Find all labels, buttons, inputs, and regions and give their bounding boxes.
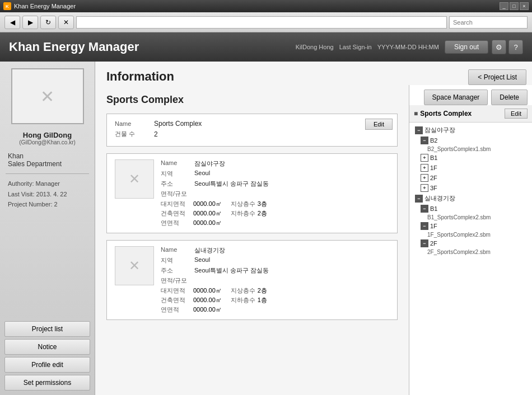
- b2-name-label: Name: [161, 246, 194, 255]
- close-btn[interactable]: ×: [520, 2, 529, 10]
- building-count-value: 2: [154, 130, 158, 138]
- tree-edit-btn[interactable]: Edit: [505, 109, 528, 119]
- main-layout: ✕ Hong GilDong (GilDong@Khan.co.kr) Khan…: [0, 62, 532, 395]
- header-icons: ⚙ ?: [492, 40, 523, 54]
- b1-address-value: Seoul특별시 송파구 잠실동: [194, 180, 269, 188]
- sidebar-divider: [6, 173, 89, 174]
- jamsil-3f-icon: +: [421, 184, 428, 192]
- b1-region-value: Seoul: [194, 170, 210, 178]
- header-username: KilDong Hong: [296, 44, 334, 50]
- b1-address-label: 주소: [161, 180, 194, 188]
- b1-name-label: Name: [161, 159, 194, 168]
- b1-area-col1: 대지면적 0000.00㎡ 건축면적 0000.00㎡: [161, 200, 222, 227]
- maximize-btn[interactable]: □: [510, 2, 519, 10]
- b2-floor-label: 지상층수: [231, 286, 255, 295]
- content-with-sidebar: Information < Project List Sports Comple…: [95, 62, 532, 395]
- title-bar-title: Khan Energy Manager: [14, 3, 500, 10]
- jamsil-b2-label: B2: [430, 137, 437, 144]
- delete-btn[interactable]: Delete: [491, 90, 528, 105]
- jamsil-icon: −: [415, 126, 423, 134]
- sidebar-buttons: Project list Notice Profile edit Set per…: [0, 317, 95, 395]
- tree-body[interactable]: − 잠실야구장 − B2 B2_SportsComplex1.sbm: [409, 123, 532, 395]
- b1-area-grid: 대지면적 0000.00㎡ 건축면적 0000.00㎡: [161, 200, 389, 227]
- silnae-1f-icon: −: [421, 222, 428, 230]
- b1-name-value: 잠실야구장: [194, 159, 225, 168]
- b2-region-label: 지역: [161, 256, 194, 265]
- url-bar[interactable]: [76, 16, 447, 29]
- b1-address-row: 주소 Seoul특별시 송파구 잠실동: [161, 180, 389, 188]
- tree-node-jamsil-2f[interactable]: + 2F: [409, 173, 532, 183]
- header-datetime: YYYY-MM-DD HH:MM: [377, 44, 439, 50]
- avatar-container: ✕: [11, 68, 84, 124]
- sidebar-company-name: Khan: [8, 152, 87, 160]
- building-image-1: ✕: [115, 159, 154, 199]
- sidebar-email: (GilDong@Khan.co.kr): [6, 139, 89, 145]
- b2-address-value: Seoul특별시 송파구 잠실동: [194, 266, 269, 275]
- main-info-box: Name Sports Complex 건물 수 2 Edit: [106, 114, 398, 147]
- jamsil-label: 잠실야구장: [424, 126, 455, 134]
- app-icon: K: [3, 2, 11, 10]
- tree-node-jamsil-1f[interactable]: + 1F: [409, 163, 532, 173]
- building-image-placeholder-2: ✕: [129, 258, 140, 274]
- b2-floor-value: 2층: [258, 286, 267, 295]
- tree-node-jamsil-b1[interactable]: + B1: [409, 153, 532, 163]
- b2-area-col2: 지상층수 2층 지하층수 1층: [231, 286, 267, 314]
- search-input[interactable]: [449, 16, 528, 29]
- silnae-b1-icon: −: [421, 205, 428, 213]
- tree-header: ■ Sports Complex Edit: [409, 105, 532, 123]
- tree-node-silnae-2f[interactable]: − 2F: [409, 238, 532, 248]
- avatar-icon: ✕: [40, 87, 54, 106]
- jamsil-b2-icon: −: [421, 137, 428, 144]
- tree-node-jamsil-b2[interactable]: − B2: [409, 135, 532, 145]
- b2-region-row: 지역 Seoul: [161, 256, 389, 265]
- silnae-2f-icon: −: [421, 239, 428, 247]
- building-image-placeholder-1: ✕: [129, 171, 140, 187]
- building-count-label: 건물 수: [115, 130, 154, 138]
- sign-out-button[interactable]: Sign out: [445, 40, 488, 54]
- avatar-placeholder: ✕: [12, 69, 83, 123]
- sidebar-company: Khan Sales Department: [0, 149, 95, 171]
- stop-btn[interactable]: ✕: [58, 16, 74, 29]
- header-last-signin-label: Last Sign-in: [339, 44, 372, 50]
- tree-node-silnae[interactable]: − 실내경기장: [409, 193, 532, 204]
- right-panel: Space Manager Delete ■ Sports Complex Ed…: [409, 85, 532, 395]
- sidebar-user: Hong GilDong (GilDong@Khan.co.kr): [0, 131, 95, 149]
- tree-node-silnae-1f[interactable]: − 1F: [409, 221, 532, 231]
- building-count-row: 건물 수 2: [115, 130, 389, 138]
- b2-area-col1: 대지면적 0000.00㎡ 건축면적 0000.00㎡: [161, 286, 222, 314]
- tree-node-jamsil[interactable]: − 잠실야구장: [409, 125, 532, 135]
- b1-total-label: 연면적: [161, 219, 191, 227]
- app-title: Khan Energy Manager: [9, 40, 296, 54]
- jamsil-2f-label: 2F: [430, 175, 437, 181]
- refresh-btn[interactable]: ↻: [40, 16, 56, 29]
- silnae-icon: −: [415, 195, 423, 203]
- silnae-b1-label: B1: [430, 205, 437, 212]
- b2-area-grid: 대지면적 0000.00㎡ 건축면적 0000.00㎡: [161, 286, 389, 314]
- tree-node-jamsil-3f[interactable]: + 3F: [409, 183, 532, 193]
- set-permissions-btn[interactable]: Set permissions: [4, 375, 90, 391]
- profile-edit-btn[interactable]: Profile edit: [4, 357, 90, 373]
- project-list-btn[interactable]: < Project List: [468, 69, 526, 85]
- b2-building-row: 건축면적 0000.00㎡: [161, 296, 222, 304]
- forward-btn[interactable]: ▶: [22, 16, 38, 29]
- back-btn[interactable]: ◀: [4, 16, 20, 29]
- help-icon[interactable]: ?: [508, 40, 523, 54]
- building-details-2: Name 실내경기장 지역 Seoul 주소 Seoul특별시 송파구 잠실동: [161, 246, 389, 314]
- project-list-sidebar-btn[interactable]: Project list: [4, 321, 90, 337]
- space-manager-btn[interactable]: Space Manager: [424, 90, 488, 105]
- b1-area-row: 면적/규모: [161, 190, 389, 198]
- notice-sidebar-btn[interactable]: Notice: [4, 339, 90, 355]
- b2-total-row: 연면적 0000.00㎡: [161, 305, 222, 314]
- toolbar: ◀ ▶ ↻ ✕: [0, 12, 532, 32]
- minimize-btn[interactable]: _: [500, 2, 508, 10]
- sidebar-authority: Authority: Manager: [8, 178, 87, 189]
- silnae-2f-label: 2F: [430, 240, 437, 247]
- b2-land-row: 대지면적 0000.00㎡: [161, 286, 222, 295]
- settings-icon[interactable]: ⚙: [492, 40, 506, 54]
- main-edit-btn[interactable]: Edit: [365, 119, 393, 130]
- b2-total-value: 0000.00㎡: [193, 305, 222, 314]
- main-panel: Sports Complex Name Sports Complex 건물 수 …: [95, 85, 409, 395]
- tree-node-silnae-b1[interactable]: − B1: [409, 204, 532, 214]
- b1-floor-label: 지상층수: [231, 200, 255, 208]
- silnae-b1-file: B1_SportsComplex2.sbm: [409, 214, 532, 221]
